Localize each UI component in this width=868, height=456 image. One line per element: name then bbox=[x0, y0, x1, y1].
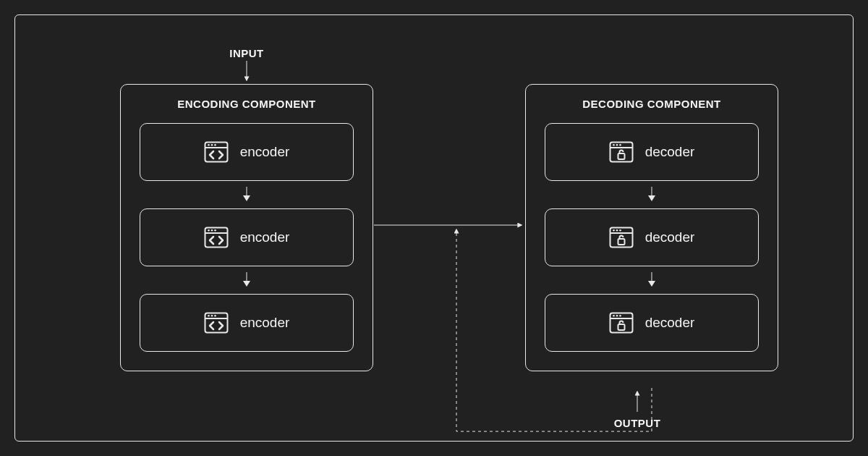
svg-point-16 bbox=[210, 315, 213, 317]
decoder-label: decoder bbox=[645, 144, 695, 160]
input-label: INPUT bbox=[203, 47, 290, 59]
code-window-icon bbox=[204, 141, 229, 163]
decoding-title: DECODING COMPONENT bbox=[545, 98, 759, 110]
svg-rect-35 bbox=[618, 324, 624, 330]
svg-point-10 bbox=[208, 229, 210, 232]
code-window-icon bbox=[204, 312, 229, 334]
decoder-block: decoder bbox=[545, 294, 759, 352]
output-label: OUTPUT bbox=[594, 417, 681, 429]
svg-point-7 bbox=[214, 144, 216, 146]
decoder-block: decoder bbox=[545, 208, 759, 266]
svg-rect-29 bbox=[618, 239, 624, 245]
svg-point-28 bbox=[619, 229, 621, 232]
encoder-label: encoder bbox=[240, 315, 290, 331]
arrow-down bbox=[140, 181, 354, 208]
svg-point-11 bbox=[210, 229, 213, 232]
svg-point-15 bbox=[208, 315, 210, 317]
svg-point-22 bbox=[619, 144, 621, 146]
encoder-block: encoder bbox=[140, 294, 354, 352]
decoder-label: decoder bbox=[645, 229, 695, 245]
encoder-label: encoder bbox=[240, 229, 290, 245]
svg-point-6 bbox=[210, 144, 213, 146]
lock-window-icon bbox=[609, 227, 634, 248]
diagram-frame: INPUT ENCODING COMPONENT bbox=[14, 14, 854, 442]
svg-point-27 bbox=[616, 229, 618, 232]
lock-window-icon bbox=[609, 312, 634, 334]
svg-point-20 bbox=[613, 144, 615, 146]
svg-point-34 bbox=[619, 315, 621, 317]
arrow-down bbox=[545, 181, 759, 208]
lock-window-icon bbox=[609, 141, 634, 163]
decoding-component: DECODING COMPONENT decoder bbox=[525, 84, 778, 371]
decoder-label: decoder bbox=[645, 315, 695, 331]
encoding-title: ENCODING COMPONENT bbox=[140, 98, 354, 110]
encoder-block: encoder bbox=[140, 123, 354, 181]
encoder-block: encoder bbox=[140, 208, 354, 266]
svg-rect-23 bbox=[618, 153, 624, 159]
svg-point-21 bbox=[616, 144, 618, 146]
encoder-label: encoder bbox=[240, 144, 290, 160]
svg-point-12 bbox=[214, 229, 216, 232]
arrow-down bbox=[140, 266, 354, 294]
svg-point-26 bbox=[613, 229, 615, 232]
svg-point-32 bbox=[613, 315, 615, 317]
code-window-icon bbox=[204, 227, 229, 248]
decoder-block: decoder bbox=[545, 123, 759, 181]
svg-point-17 bbox=[214, 315, 216, 317]
svg-point-33 bbox=[616, 315, 618, 317]
encoding-component: ENCODING COMPONENT encoder bbox=[120, 84, 373, 371]
arrow-down bbox=[545, 266, 759, 294]
svg-point-5 bbox=[208, 144, 210, 146]
